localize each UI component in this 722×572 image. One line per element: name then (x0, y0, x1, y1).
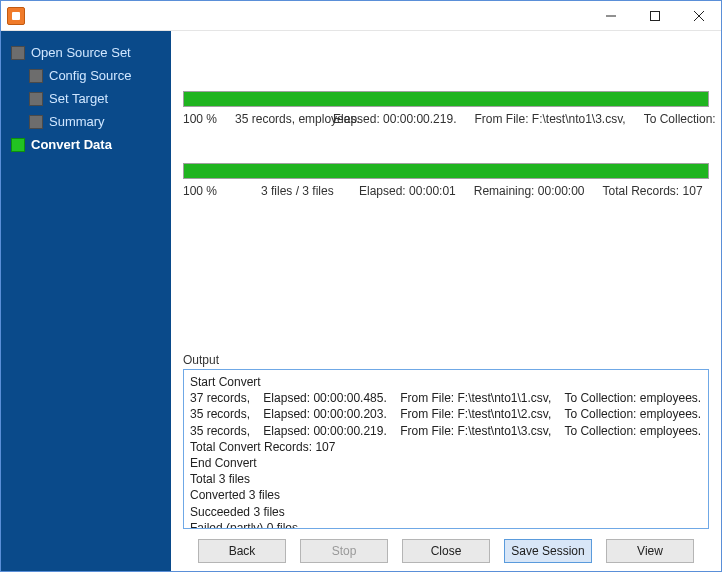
close-button-action[interactable]: Close (402, 539, 490, 563)
output-label: Output (183, 353, 709, 367)
step-box-icon (29, 115, 43, 129)
file-progress-info: 100 % 35 records, employees. Elapsed: 00… (183, 111, 709, 127)
output-content: Start Convert 37 records, Elapsed: 00:00… (190, 375, 701, 529)
total-percent: 100 % (183, 183, 243, 199)
app-window: Open Source Set Config Source Set Target… (0, 0, 722, 572)
sidebar: Open Source Set Config Source Set Target… (1, 31, 171, 571)
sidebar-item-config-source[interactable]: Config Source (1, 64, 171, 87)
file-percent: 100 % (183, 111, 217, 127)
view-button[interactable]: View (606, 539, 694, 563)
sidebar-root-open-source-set[interactable]: Open Source Set (1, 41, 171, 64)
stop-button[interactable]: Stop (300, 539, 388, 563)
output-textarea[interactable]: Start Convert 37 records, Elapsed: 00:00… (183, 369, 709, 529)
close-button[interactable] (677, 2, 721, 30)
step-box-icon (11, 46, 25, 60)
total-progress-info: 100 % 3 files / 3 files Elapsed: 00:00:0… (183, 183, 709, 199)
sidebar-root-label: Open Source Set (31, 45, 131, 60)
sidebar-item-label: Summary (49, 114, 105, 129)
total-files: 3 files / 3 files (261, 183, 341, 199)
total-elapsed: Elapsed: 00:00:01 (359, 183, 456, 199)
titlebar (1, 1, 721, 31)
sidebar-item-set-target[interactable]: Set Target (1, 87, 171, 110)
svg-rect-1 (651, 11, 660, 20)
sidebar-item-label: Set Target (49, 91, 108, 106)
sidebar-item-label: Convert Data (31, 137, 112, 152)
minimize-button[interactable] (589, 2, 633, 30)
main-panel: 100 % 35 records, employees. Elapsed: 00… (171, 31, 721, 571)
file-to: To Collection: (644, 111, 716, 127)
total-progress-bar (183, 163, 709, 179)
file-elapsed: Elapsed: 00:00:00.219. (333, 111, 456, 127)
maximize-button[interactable] (633, 2, 677, 30)
total-remaining: Remaining: 00:00:00 (474, 183, 585, 199)
save-session-button[interactable]: Save Session (504, 539, 592, 563)
button-row: Back Stop Close Save Session View (183, 529, 709, 563)
app-icon (7, 7, 25, 25)
back-button[interactable]: Back (198, 539, 286, 563)
file-progress-bar (183, 91, 709, 107)
file-records: 35 records, employees. (235, 111, 315, 127)
total-records: Total Records: 107 (603, 183, 703, 199)
step-box-icon (29, 92, 43, 106)
sidebar-item-summary[interactable]: Summary (1, 110, 171, 133)
file-from: From File: F:\test\nto1\3.csv, (474, 111, 625, 127)
sidebar-item-label: Config Source (49, 68, 131, 83)
step-box-icon (29, 69, 43, 83)
sidebar-item-convert-data[interactable]: Convert Data (1, 133, 171, 156)
step-box-icon (11, 138, 25, 152)
